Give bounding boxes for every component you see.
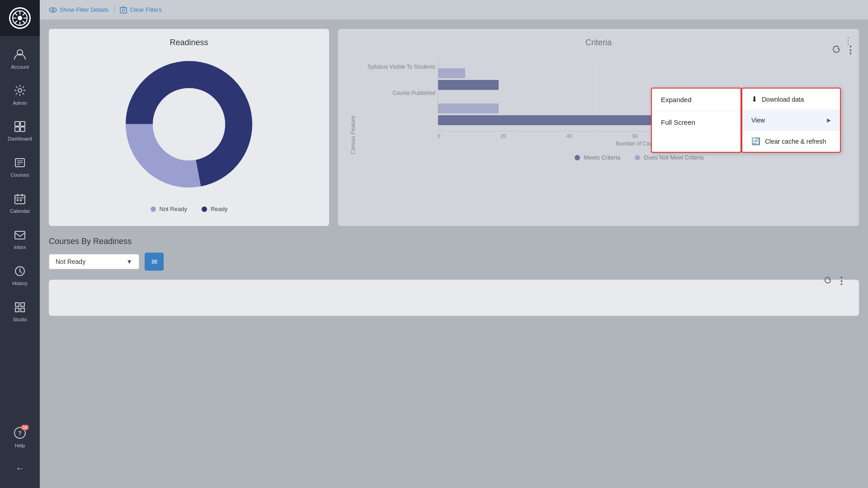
readiness-card: Readiness Not Ready xyxy=(49,29,329,226)
bottom-more-button[interactable]: ⋮ xyxy=(836,275,846,287)
legend-label-ready: Ready xyxy=(211,206,228,212)
bar-fill-syllabus-meets xyxy=(438,80,499,90)
eye-icon xyxy=(49,6,57,14)
y-label-syllabus: Syllabus Visible To Students xyxy=(352,64,435,70)
legend-meets: Meets Criteria xyxy=(575,154,620,161)
chevron-right-icon: ▶ xyxy=(827,117,831,123)
svg-rect-13 xyxy=(20,122,25,126)
bottom-refresh-button[interactable] xyxy=(824,275,832,287)
svg-rect-20 xyxy=(15,195,25,204)
view-label: View xyxy=(751,117,765,124)
courses-section-title: Courses By Readiness xyxy=(49,237,859,246)
svg-line-8 xyxy=(23,13,25,15)
legend-label-meets: Meets Criteria xyxy=(584,154,620,161)
expanded-menu-item[interactable]: Expanded xyxy=(652,89,741,111)
sidebar-item-label: Admin xyxy=(13,100,27,106)
sidebar-item-label: Courses xyxy=(11,172,29,178)
sidebar-item-label: Calendar xyxy=(10,208,30,214)
sidebar-item-help[interactable]: ? 10 Help xyxy=(0,419,40,455)
clear-cache-label: Clear cache & refresh xyxy=(765,138,826,145)
svg-line-6 xyxy=(14,13,17,15)
email-button[interactable]: ✉ xyxy=(145,253,164,271)
bottom-controls: ⋮ xyxy=(824,275,846,287)
history-icon xyxy=(14,265,26,279)
bar-fill-published-dnm xyxy=(438,103,499,113)
legend-dot-not-ready xyxy=(151,206,156,212)
x-label-0: 0 xyxy=(438,133,440,139)
svg-text:?: ? xyxy=(18,430,22,436)
bottom-more-icon: ⋮ xyxy=(836,275,846,286)
svg-rect-31 xyxy=(21,308,24,312)
legend-not-ready: Not Ready xyxy=(151,206,187,212)
help-badge-count: 10 xyxy=(21,425,29,430)
x-label-60: 60 xyxy=(632,133,638,139)
readiness-title: Readiness xyxy=(170,38,208,47)
donut-chart-container: Not Ready Ready xyxy=(58,47,320,217)
sidebar-item-studio[interactable]: Studio xyxy=(0,294,40,330)
show-filter-label: Show Filter Details xyxy=(60,6,108,13)
bar-group-syllabus xyxy=(438,68,841,90)
main-content: Show Filter Details Clear Filters xyxy=(40,0,868,488)
widget-row: Readiness Not Ready xyxy=(49,29,859,226)
download-icon: ⬇ xyxy=(751,95,757,103)
readiness-dropdown[interactable]: Not Ready ▼ xyxy=(49,254,139,269)
sidebar-item-calendar[interactable]: Calendar xyxy=(0,185,40,221)
sidebar-item-label: Studio xyxy=(13,317,27,322)
view-menu-item[interactable]: View ▶ xyxy=(742,110,840,131)
y-axis-labels: Syllabus Visible To Students Course Publ… xyxy=(352,59,435,96)
show-filter-details-button[interactable]: Show Filter Details xyxy=(49,6,108,14)
sidebar-collapse-button[interactable]: ← xyxy=(0,455,40,481)
legend-label-dnm: Does Not Meet Criteria xyxy=(644,154,703,161)
sidebar-item-label: History xyxy=(12,281,28,286)
download-data-item[interactable]: ⬇ Download data xyxy=(742,89,840,110)
donut-legend: Not Ready Ready xyxy=(151,206,228,212)
svg-point-1 xyxy=(18,16,22,20)
sidebar-item-inbox[interactable]: Inbox xyxy=(0,221,40,258)
svg-point-35 xyxy=(52,9,54,11)
svg-line-7 xyxy=(23,21,25,23)
trash-icon xyxy=(120,6,127,14)
clear-cache-item[interactable]: 🔄 Clear cache & refresh xyxy=(742,131,840,152)
calendar-icon xyxy=(14,193,26,206)
criteria-card: Criteria ⋮ Syllabus Visible To Students … xyxy=(338,29,859,226)
criteria-title: Criteria xyxy=(585,38,612,47)
y-label-published: Course Published xyxy=(352,90,435,96)
svg-rect-25 xyxy=(20,199,22,201)
sidebar-item-history[interactable]: History xyxy=(0,258,40,294)
clear-filters-button[interactable]: Clear Filters xyxy=(120,6,161,14)
sidebar-item-admin[interactable]: Admin xyxy=(0,77,40,113)
y-axis-title: Canvas Feature xyxy=(350,116,356,154)
dropdown-chevron-icon: ▼ xyxy=(126,258,132,265)
sidebar-item-label: Inbox xyxy=(14,244,26,250)
bottom-section: ⋮ xyxy=(49,280,859,316)
sidebar-item-courses[interactable]: Courses xyxy=(0,149,40,185)
courses-by-readiness-section: Courses By Readiness Not Ready ▼ ✉ xyxy=(49,237,859,271)
svg-rect-12 xyxy=(15,122,19,126)
studio-icon xyxy=(14,301,26,315)
logo-icon xyxy=(9,7,31,29)
sidebar: Account Admin Dashboard xyxy=(0,0,40,488)
topbar-divider xyxy=(114,5,114,14)
svg-point-43 xyxy=(153,88,225,160)
context-menu-secondary: ⬇ Download data View ▶ 🔄 Clear cache & r… xyxy=(741,88,841,153)
donut-chart xyxy=(117,52,261,197)
svg-point-34 xyxy=(49,8,57,12)
dropdown-value: Not Ready xyxy=(56,258,85,265)
sidebar-item-dashboard[interactable]: Dashboard xyxy=(0,113,40,149)
topbar: Show Filter Details Clear Filters xyxy=(40,0,868,20)
svg-point-11 xyxy=(18,89,22,92)
sidebar-nav: Account Admin Dashboard xyxy=(0,36,40,419)
legend-label-not-ready: Not Ready xyxy=(160,206,187,212)
context-menu-overlay: Expanded Full Screen ⬇ Download data xyxy=(651,88,841,153)
svg-rect-15 xyxy=(20,127,25,131)
sidebar-item-account[interactable]: Account xyxy=(0,41,40,77)
bar-fill-syllabus-dnm xyxy=(438,68,465,78)
svg-rect-30 xyxy=(15,308,19,312)
courses-controls: Not Ready ▼ ✉ xyxy=(49,253,859,271)
fullscreen-menu-item[interactable]: Full Screen xyxy=(652,111,741,133)
criteria-menu-button[interactable]: ⋮ xyxy=(844,35,853,46)
refresh-button[interactable] xyxy=(832,44,841,56)
sidebar-item-label: Help xyxy=(15,443,25,448)
sidebar-item-label: Account xyxy=(11,64,29,70)
email-icon: ✉ xyxy=(151,258,157,266)
